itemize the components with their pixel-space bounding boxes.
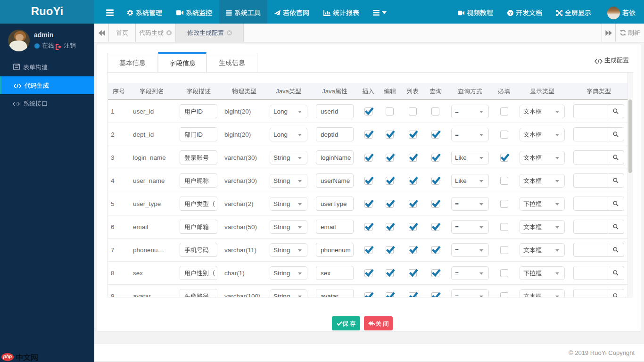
svg-text:?: ? <box>509 10 512 15</box>
